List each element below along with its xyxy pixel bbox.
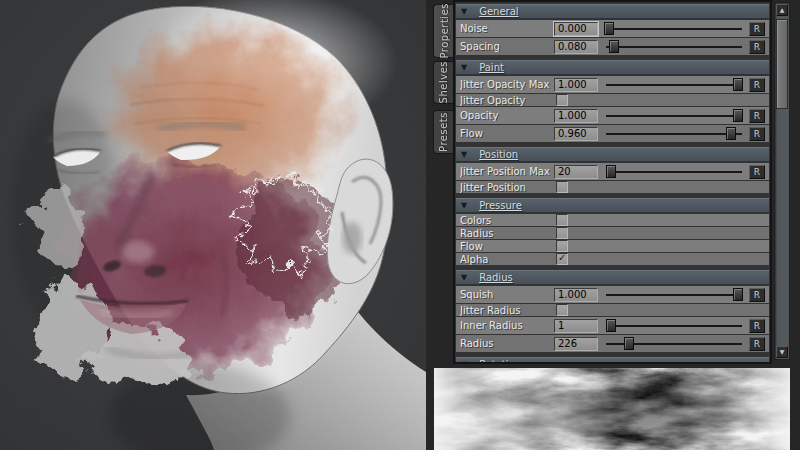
- tab-shelves-label: Shelves: [438, 61, 449, 103]
- value-field[interactable]: 226: [554, 337, 598, 351]
- section-header-general[interactable]: ▼ General: [456, 4, 769, 19]
- section-header-rotation[interactable]: ▼ Rotation: [456, 357, 769, 364]
- slider[interactable]: [606, 125, 742, 142]
- value-field[interactable]: 0.080: [554, 40, 598, 54]
- stamp-preview[interactable]: [434, 368, 790, 450]
- property-row-radius-pressure: Radius ✓: [456, 227, 769, 239]
- section-title: Position: [479, 149, 518, 160]
- tab-shelves[interactable]: Shelves: [433, 61, 453, 104]
- stamp-texture: [434, 368, 790, 450]
- tab-properties-label: Properties: [439, 3, 450, 59]
- section-header-pressure[interactable]: ▼ Pressure: [456, 198, 769, 213]
- value-field[interactable]: 1: [554, 319, 598, 333]
- property-row-jitter-opacity: Jitter Opacity ✓: [456, 94, 769, 106]
- property-row-jitter-radius: Jitter Radius ✓: [456, 304, 769, 316]
- slider-track[interactable]: [606, 325, 742, 327]
- tab-properties[interactable]: Properties: [433, 4, 454, 58]
- slider-track[interactable]: [606, 133, 742, 135]
- slider-handle[interactable]: [733, 288, 743, 301]
- collapse-icon: ▼: [461, 274, 467, 282]
- property-row-colors: Colors ✓: [456, 214, 769, 226]
- slider-handle[interactable]: [726, 127, 736, 140]
- property-label: Opacity: [460, 110, 554, 121]
- value-field[interactable]: 20: [554, 165, 598, 179]
- section-header-radius[interactable]: ▼ Radius: [456, 270, 769, 285]
- checkbox[interactable]: ✓: [556, 304, 568, 316]
- property-row-inner-radius: Inner Radius 1 R: [456, 317, 769, 334]
- section-title: Rotation: [479, 359, 521, 364]
- slider-handle[interactable]: [733, 109, 743, 122]
- checkbox[interactable]: ✓: [556, 214, 568, 226]
- reset-button[interactable]: R: [749, 78, 765, 92]
- property-label: Colors: [460, 215, 554, 226]
- viewport-grain: [0, 0, 426, 450]
- section-header-paint[interactable]: ▼ Paint: [456, 60, 769, 75]
- property-row-jitter-opacity-max: Jitter Opacity Max 1.000 R: [456, 76, 769, 93]
- value-field[interactable]: 0.960: [554, 127, 598, 141]
- reset-button[interactable]: R: [749, 165, 765, 179]
- property-label: Jitter Position Max: [460, 166, 554, 177]
- reset-button[interactable]: R: [749, 40, 765, 54]
- slider-track[interactable]: [606, 28, 742, 30]
- slider-handle[interactable]: [609, 40, 619, 53]
- property-label: Alpha: [460, 254, 554, 265]
- value-field[interactable]: 1.000: [554, 78, 598, 92]
- slider[interactable]: [606, 317, 742, 334]
- slider-track[interactable]: [606, 115, 742, 117]
- slider-track[interactable]: [606, 294, 742, 296]
- slider-track[interactable]: [606, 46, 742, 48]
- sculpt-canvas[interactable]: [0, 0, 426, 450]
- property-row-flow-pressure: Flow ✓: [456, 240, 769, 252]
- slider[interactable]: [606, 76, 742, 93]
- scrollbar-thumb[interactable]: [776, 19, 788, 109]
- slider[interactable]: [606, 38, 742, 55]
- reset-button[interactable]: R: [749, 127, 765, 141]
- property-label: Inner Radius: [460, 320, 554, 331]
- checkbox[interactable]: ✓: [556, 240, 568, 252]
- scroll-down-icon: ▼: [780, 348, 785, 355]
- slider[interactable]: [606, 163, 742, 180]
- property-row-radius: Radius 226 R: [456, 335, 769, 352]
- property-label: Jitter Radius: [460, 305, 554, 316]
- slider[interactable]: [606, 335, 742, 352]
- checkbox[interactable]: ✓: [556, 181, 568, 193]
- checkbox[interactable]: ✓: [556, 94, 568, 106]
- section-title: General: [479, 6, 518, 17]
- value-field[interactable]: 1.000: [554, 109, 598, 123]
- checkbox[interactable]: ✓: [556, 253, 568, 265]
- property-label: Spacing: [460, 41, 554, 52]
- tab-presets[interactable]: Presets: [433, 110, 453, 154]
- slider-track[interactable]: [606, 171, 742, 173]
- slider-handle[interactable]: [604, 22, 614, 35]
- slider-handle[interactable]: [733, 78, 743, 91]
- property-row-noise: Noise 0.000 R: [456, 20, 769, 37]
- scroll-down-button[interactable]: ▼: [776, 346, 788, 358]
- section-header-position[interactable]: ▼ Position: [456, 147, 769, 162]
- value-field[interactable]: 0.000: [554, 22, 598, 36]
- property-row-jitter-position: Jitter Position ✓: [456, 181, 769, 193]
- slider-handle[interactable]: [624, 337, 634, 350]
- slider-track[interactable]: [606, 84, 742, 86]
- slider-handle[interactable]: [606, 319, 616, 332]
- reset-button[interactable]: R: [749, 288, 765, 302]
- panel-scrollbar[interactable]: ▲ ▼: [774, 2, 790, 360]
- checkbox[interactable]: ✓: [556, 227, 568, 239]
- slider[interactable]: [606, 286, 742, 303]
- property-row-opacity: Opacity 1.000 R: [456, 107, 769, 124]
- value-field[interactable]: 1.000: [554, 288, 598, 302]
- slider[interactable]: [606, 107, 742, 124]
- scroll-up-button[interactable]: ▲: [776, 4, 788, 16]
- property-label: Jitter Opacity: [460, 95, 554, 106]
- property-label: Flow: [460, 241, 554, 252]
- reset-button[interactable]: R: [749, 319, 765, 333]
- reset-button[interactable]: R: [749, 109, 765, 123]
- reset-button[interactable]: R: [749, 337, 765, 351]
- viewport-3d[interactable]: [0, 0, 426, 450]
- property-row-squish: Squish 1.000 R: [456, 286, 769, 303]
- property-row-flow: Flow 0.960 R: [456, 125, 769, 142]
- reset-button[interactable]: R: [749, 22, 765, 36]
- slider-handle[interactable]: [606, 165, 616, 178]
- property-label: Radius: [460, 338, 554, 349]
- property-label: Jitter Opacity Max: [460, 79, 554, 90]
- slider[interactable]: [606, 20, 742, 37]
